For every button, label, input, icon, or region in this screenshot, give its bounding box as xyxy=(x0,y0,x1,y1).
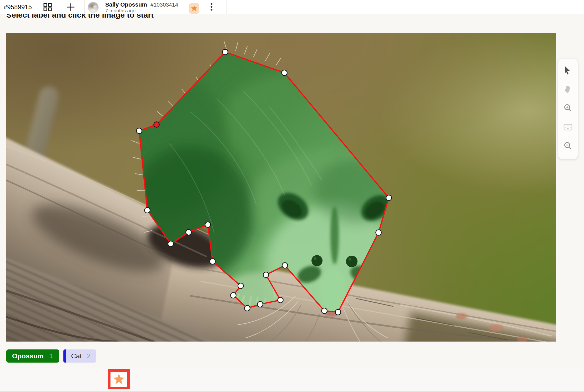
polygon-vertex[interactable] xyxy=(145,208,150,213)
star-icon xyxy=(191,5,198,12)
zoom-in-tool-button[interactable] xyxy=(558,99,578,118)
star-toggle-button-highlighted[interactable] xyxy=(108,369,130,389)
polygon-vertex[interactable] xyxy=(376,230,381,235)
polygon-vertex[interactable] xyxy=(386,195,392,201)
grid-view-button[interactable] xyxy=(43,2,52,12)
top-bar: #9589915 Sally Opossum#10303414 7 months… xyxy=(0,0,584,14)
polygon-vertex[interactable] xyxy=(231,293,236,298)
label-chip-opossum[interactable]: Opossum 1 xyxy=(6,349,59,363)
bottom-toolbar: Reject Accept xyxy=(0,368,584,392)
annotator-avatar[interactable] xyxy=(88,2,99,13)
label-selector: Opossum 1 Cat 2 xyxy=(6,349,96,363)
polygon-vertex[interactable] xyxy=(282,263,288,268)
more-options-button[interactable] xyxy=(207,2,216,12)
header-divider xyxy=(84,0,85,14)
plus-icon xyxy=(66,9,76,13)
mask-shading xyxy=(122,73,411,330)
task-id: #9589915 xyxy=(4,0,32,14)
add-annotation-button[interactable] xyxy=(66,2,76,12)
polygon-vertex-selected[interactable] xyxy=(154,122,159,127)
polygon-vertex[interactable] xyxy=(282,70,287,76)
label-color-bar xyxy=(63,349,66,363)
fit-screen-tool-button[interactable] xyxy=(558,118,578,137)
polygon-vertex[interactable] xyxy=(278,297,283,303)
annotation-age: 7 months ago xyxy=(105,8,178,13)
annotator-name: Sally Opossum xyxy=(105,1,147,8)
polygon-vertex[interactable] xyxy=(245,306,250,311)
polygon-vertex[interactable] xyxy=(322,308,327,314)
canvas-tool-panel xyxy=(558,59,578,159)
polygon-vertex[interactable] xyxy=(210,259,215,264)
label-name: Cat xyxy=(71,352,82,360)
polygon-vertex[interactable] xyxy=(263,272,269,278)
polygon-vertex[interactable] xyxy=(168,241,174,247)
annotator-info: Sally Opossum#10303414 7 months ago xyxy=(105,1,178,13)
grid-icon xyxy=(43,9,52,13)
polygon-vertex[interactable] xyxy=(205,222,211,228)
annotation-overlay xyxy=(6,33,556,342)
polygon-vertex[interactable] xyxy=(186,230,192,235)
window-bottom-edge xyxy=(0,391,584,391)
star-toggle-icon xyxy=(113,373,125,386)
polygon-vertex[interactable] xyxy=(238,283,244,289)
label-hotkey: 2 xyxy=(87,352,90,360)
hand-tool-icon xyxy=(563,84,573,95)
kebab-menu-icon xyxy=(210,2,213,13)
pointer-tool-icon xyxy=(563,65,573,76)
label-hotkey: 1 xyxy=(50,352,53,360)
annotation-id: #10303414 xyxy=(150,2,178,8)
zoom-out-tool-button[interactable] xyxy=(558,137,578,156)
header-divider xyxy=(226,0,227,14)
polygon-vertex[interactable] xyxy=(335,310,341,315)
zoom-in-icon xyxy=(563,103,573,114)
polygon-vertex[interactable] xyxy=(223,49,228,55)
polygon-vertex[interactable] xyxy=(137,128,142,134)
hand-tool-button[interactable] xyxy=(558,80,578,99)
annotation-canvas[interactable] xyxy=(6,33,556,342)
polygon-vertex[interactable] xyxy=(258,302,263,307)
label-name: Opossum xyxy=(12,352,44,360)
fit-screen-icon xyxy=(563,122,573,133)
label-chip-cat[interactable]: Cat 2 xyxy=(63,349,96,363)
zoom-out-icon xyxy=(563,141,573,152)
ground-truth-star-button[interactable] xyxy=(189,3,199,14)
pointer-tool-button[interactable] xyxy=(558,61,578,80)
